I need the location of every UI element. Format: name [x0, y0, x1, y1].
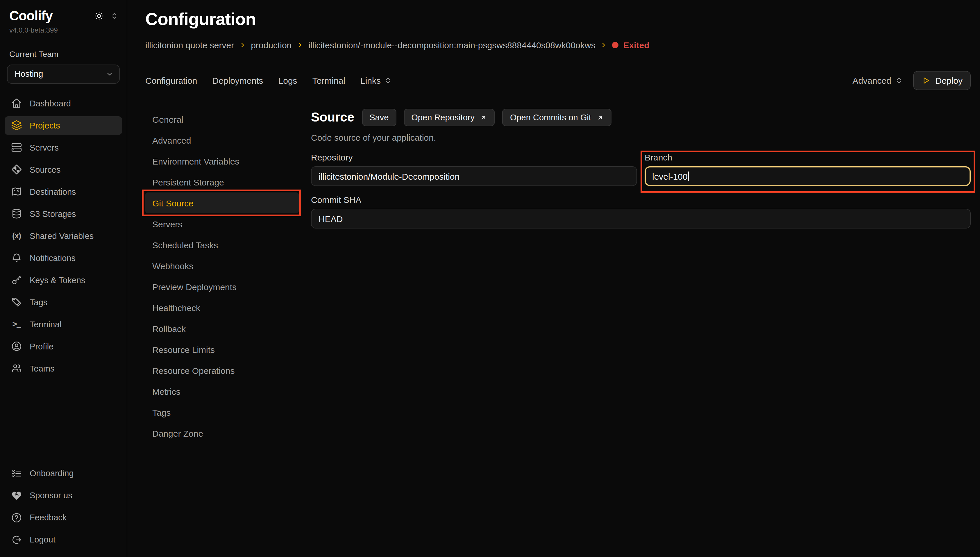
- subnav-item-resource-operations[interactable]: Resource Operations: [145, 360, 299, 381]
- sidebar-item-tags[interactable]: Tags: [5, 293, 122, 311]
- subnav-item-persistent-storage[interactable]: Persistent Storage: [145, 171, 299, 192]
- sidebar-item-label: Terminal: [30, 319, 62, 329]
- deploy-button[interactable]: Deploy: [913, 71, 971, 90]
- user-icon: [11, 341, 22, 352]
- tab-label: Terminal: [312, 76, 345, 85]
- sidebar-item-sponsor-us[interactable]: Sponsor us: [5, 486, 122, 505]
- sidebar-item-sources[interactable]: Sources: [5, 160, 122, 179]
- sidebar-item-label: Notifications: [30, 253, 76, 262]
- status-badge: Exited: [612, 40, 649, 50]
- sidebar-item-terminal[interactable]: >_Terminal: [5, 315, 122, 334]
- theme-chevrons-up-down-icon[interactable]: [111, 12, 118, 20]
- sidebar-item-shared-variables[interactable]: (x)Shared Variables: [5, 226, 122, 245]
- tab-deployments[interactable]: Deployments: [212, 76, 263, 85]
- tab-label: Deployments: [212, 76, 263, 85]
- status-dot-icon: [612, 42, 618, 48]
- app-version: v4.0.0-beta.399: [0, 24, 127, 34]
- bell-icon: [11, 252, 22, 263]
- server-icon: [11, 142, 22, 153]
- source-fields: Repository Branch level-100 Commit SHA: [311, 152, 971, 228]
- branch-input[interactable]: level-100: [645, 166, 971, 186]
- sidebar-item-label: Sponsor us: [30, 491, 72, 500]
- advanced-dropdown[interactable]: Advanced: [852, 76, 903, 85]
- checklist-icon: [11, 468, 22, 479]
- subnav-item-danger-zone[interactable]: Danger Zone: [145, 423, 299, 444]
- breadcrumb-project[interactable]: illicitonion quote server: [145, 40, 234, 50]
- sidebar-item-keys-tokens[interactable]: Keys & Tokens: [5, 270, 122, 289]
- sidebar-item-label: Keys & Tokens: [30, 275, 85, 285]
- sidebar-item-label: Feedback: [30, 513, 67, 522]
- git-source-icon: [11, 164, 22, 175]
- sidebar-item-servers[interactable]: Servers: [5, 138, 122, 157]
- theme-sun-icon[interactable]: [94, 11, 104, 21]
- repository-field-group: Repository: [311, 152, 637, 186]
- tab-configuration[interactable]: Configuration: [145, 76, 197, 85]
- sidebar-item-destinations[interactable]: Destinations: [5, 182, 122, 201]
- breadcrumb-application[interactable]: illicitestonion/-module--decomposition:m…: [308, 40, 595, 50]
- chevron-right-icon: [600, 42, 607, 48]
- text-cursor: [688, 171, 689, 181]
- brand-icons: [94, 11, 118, 21]
- subnav-item-environment-variables[interactable]: Environment Variables: [145, 151, 299, 171]
- sidebar-item-notifications[interactable]: Notifications: [5, 249, 122, 267]
- subnav-item-rollback[interactable]: Rollback: [145, 318, 299, 339]
- repository-input[interactable]: [311, 166, 637, 186]
- subnav-item-resource-limits[interactable]: Resource Limits: [145, 339, 299, 360]
- sidebar-item-onboarding[interactable]: Onboarding: [5, 464, 122, 482]
- sidebar-item-feedback[interactable]: Feedback: [5, 508, 122, 527]
- sidebar-item-label: Profile: [30, 342, 54, 351]
- heart-icon: [11, 490, 22, 501]
- subnav-item-advanced[interactable]: Advanced: [145, 130, 299, 151]
- subnav-item-tags[interactable]: Tags: [145, 402, 299, 423]
- sidebar-item-dashboard[interactable]: Dashboard: [5, 94, 122, 112]
- subnav-item-webhooks[interactable]: Webhooks: [145, 255, 299, 276]
- sidebar-item-label: Sources: [30, 165, 60, 174]
- open-commits-label: Open Commits on Git: [510, 113, 591, 122]
- team-select[interactable]: Hosting: [7, 64, 120, 83]
- open-commits-button[interactable]: Open Commits on Git: [502, 109, 611, 126]
- subnav-item-servers[interactable]: Servers: [145, 213, 299, 234]
- sidebar-item-logout[interactable]: Logout: [5, 530, 122, 549]
- chevrons-up-down-icon: [895, 77, 903, 84]
- commit-sha-label: Commit SHA: [311, 195, 971, 205]
- sidebar-item-label: Tags: [30, 297, 47, 307]
- commit-sha-input[interactable]: [311, 209, 971, 228]
- layers-icon: [11, 120, 22, 131]
- coolify-app: Coolify v4.0.0-beta.399 Current Team Hos…: [0, 0, 980, 557]
- tabs-right: Advanced Deploy: [852, 71, 971, 90]
- tab-logs[interactable]: Logs: [278, 76, 297, 85]
- breadcrumb: illicitonion quote server production ill…: [145, 39, 971, 50]
- sidebar-menu: Dashboard Projects Servers Sources Desti…: [0, 94, 127, 378]
- sidebar-item-label: S3 Storages: [30, 209, 76, 218]
- sidebar-item-s3-storages[interactable]: S3 Storages: [5, 204, 122, 223]
- breadcrumb-environment[interactable]: production: [251, 40, 291, 50]
- configuration-subnav: General Advanced Environment Variables P…: [145, 109, 299, 444]
- git-source-form: Source Save Open Repository Open Commits…: [311, 109, 971, 228]
- tab-label: Logs: [278, 76, 297, 85]
- external-link-icon: [596, 114, 604, 121]
- tab-terminal[interactable]: Terminal: [312, 76, 345, 85]
- variables-icon: (x): [11, 231, 22, 240]
- sidebar-item-teams[interactable]: Teams: [5, 359, 122, 378]
- branch-field-group: Branch level-100: [645, 152, 971, 186]
- page-title: Configuration: [145, 9, 971, 29]
- sidebar-item-profile[interactable]: Profile: [5, 337, 122, 355]
- tab-label: Links: [361, 76, 381, 85]
- main-content: Configuration illicitonion quote server …: [127, 0, 980, 557]
- subnav-item-git-source[interactable]: Git Source: [145, 192, 299, 213]
- tab-links[interactable]: Links: [361, 76, 392, 85]
- subnav-item-general[interactable]: General: [145, 109, 299, 130]
- subnav-item-metrics[interactable]: Metrics: [145, 381, 299, 402]
- save-button[interactable]: Save: [362, 109, 396, 126]
- configuration-content: General Advanced Environment Variables P…: [145, 109, 971, 444]
- subnav-item-healthcheck[interactable]: Healthcheck: [145, 297, 299, 318]
- save-label: Save: [369, 113, 388, 122]
- deploy-label: Deploy: [936, 76, 962, 85]
- open-repository-button[interactable]: Open Repository: [404, 109, 495, 126]
- database-icon: [11, 208, 22, 219]
- subnav-item-scheduled-tasks[interactable]: Scheduled Tasks: [145, 234, 299, 255]
- sidebar-item-projects[interactable]: Projects: [5, 116, 122, 135]
- help-circle-icon: [11, 512, 22, 523]
- sidebar: Coolify v4.0.0-beta.399 Current Team Hos…: [0, 0, 127, 557]
- subnav-item-preview-deployments[interactable]: Preview Deployments: [145, 276, 299, 297]
